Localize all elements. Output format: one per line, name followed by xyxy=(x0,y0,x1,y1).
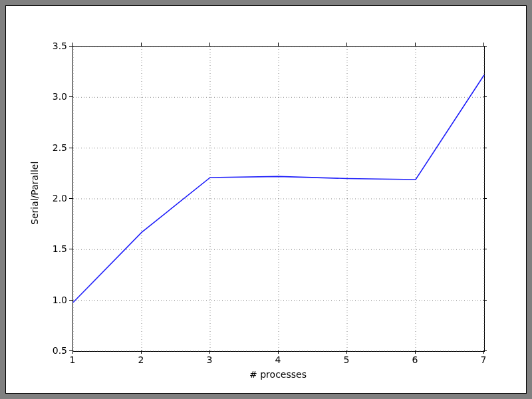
x-tick-label: 4 xyxy=(271,354,285,365)
x-tick-mark xyxy=(346,43,347,46)
x-tick-label: 6 xyxy=(408,354,422,365)
x-tick-mark xyxy=(209,350,210,354)
y-tick-mark xyxy=(69,249,72,249)
x-tick-mark xyxy=(209,43,210,46)
y-tick-label: 3.5 xyxy=(41,41,67,51)
x-tick-mark xyxy=(72,43,73,46)
plot-area xyxy=(72,46,485,352)
y-tick-mark xyxy=(483,300,487,301)
x-tick-label: 5 xyxy=(340,354,353,365)
y-tick-mark xyxy=(69,198,72,199)
x-tick-label: 1 xyxy=(66,354,79,365)
data-line xyxy=(73,75,484,303)
x-tick-label: 7 xyxy=(477,354,490,365)
y-tick-mark xyxy=(69,300,72,301)
x-tick-mark xyxy=(72,350,73,354)
y-tick-mark xyxy=(483,96,487,97)
x-tick-mark xyxy=(141,43,142,46)
y-tick-label: 2.0 xyxy=(41,193,67,203)
y-tick-label: 1.0 xyxy=(41,295,67,305)
y-tick-mark xyxy=(483,198,487,199)
x-tick-mark xyxy=(415,43,416,46)
y-axis-label: Serial/Parallel xyxy=(29,162,40,225)
y-tick-mark xyxy=(483,249,487,249)
y-tick-label: 0.5 xyxy=(41,345,67,356)
x-tick-mark xyxy=(415,350,416,354)
y-tick-mark xyxy=(483,46,487,47)
x-tick-mark xyxy=(278,43,279,46)
x-tick-mark xyxy=(483,350,484,354)
figure-frame: 0.51.01.52.02.53.03.51234567 Serial/Para… xyxy=(5,5,527,394)
x-tick-mark xyxy=(346,350,347,354)
y-tick-mark xyxy=(69,148,72,148)
y-tick-label: 3.0 xyxy=(41,91,67,102)
y-tick-label: 2.5 xyxy=(41,142,67,153)
y-tick-mark xyxy=(483,148,487,148)
data-line-svg xyxy=(73,47,484,351)
x-tick-mark xyxy=(483,43,484,46)
x-tick-label: 2 xyxy=(134,354,148,365)
y-tick-mark xyxy=(69,96,72,97)
y-tick-mark xyxy=(69,46,72,47)
x-tick-label: 3 xyxy=(203,354,216,365)
x-tick-mark xyxy=(141,350,142,354)
x-axis-label: # processes xyxy=(72,369,483,380)
y-tick-label: 1.5 xyxy=(41,243,67,254)
x-tick-mark xyxy=(278,350,279,354)
